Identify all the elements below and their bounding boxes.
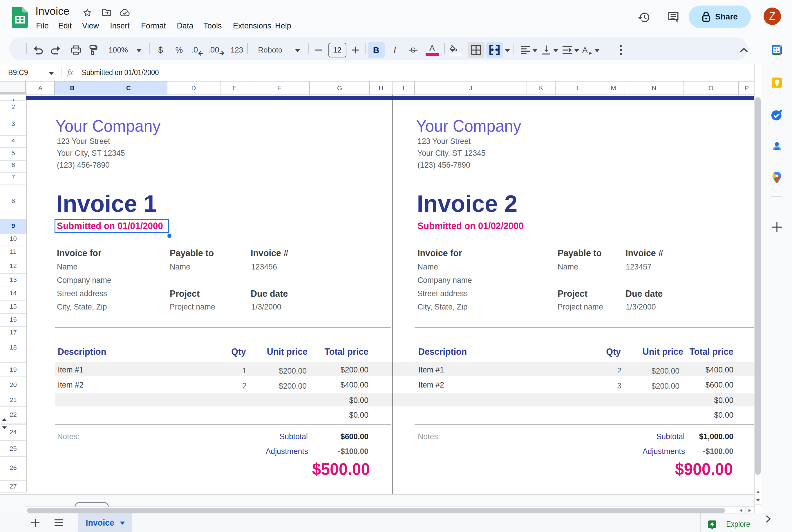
svg-text:31: 31 <box>774 47 779 53</box>
svg-text:A: A <box>582 45 588 54</box>
svg-text:.00: .00 <box>208 45 219 54</box>
svg-text:.0: .0 <box>191 45 198 54</box>
